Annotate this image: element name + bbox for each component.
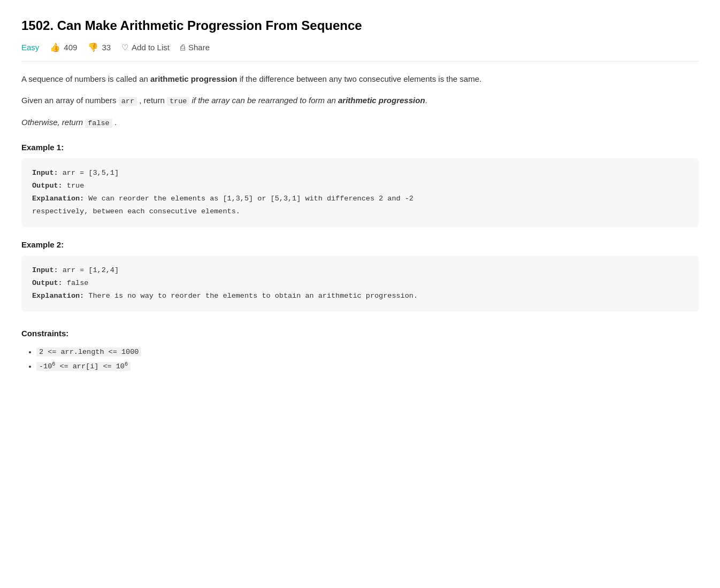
constraints-title: Constraints:: [21, 329, 699, 338]
example-2-code-block: Input: arr = [1,2,4] Output: false Expla…: [21, 256, 699, 312]
description-paragraph-2: Given an array of numbers arr , return t…: [21, 94, 699, 108]
example-1-section: Example 1: Input: arr = [3,5,1] Output: …: [21, 143, 699, 227]
add-to-list-button[interactable]: ♡ Add to List: [121, 43, 170, 52]
problem-description: A sequence of numbers is called an arith…: [21, 72, 699, 129]
example-2-input: Input: arr = [1,2,4]: [32, 264, 688, 277]
example-1-output: Output: true: [32, 180, 688, 192]
example-1-title: Example 1:: [21, 143, 699, 152]
upvote-count: 409: [64, 43, 77, 52]
example-2-explanation: Explanation: There is no way to reorder …: [32, 290, 688, 303]
example-1-input: Input: arr = [3,5,1]: [32, 167, 688, 180]
example-1-explanation: Explanation: We can reorder the elements…: [32, 192, 688, 205]
constraints-list: 2 <= arr.length <= 1000 -106 <= arr[i] <…: [21, 345, 699, 374]
meta-bar: Easy 👍 409 👎 33 ♡ Add to List ⎙ Share: [21, 42, 699, 61]
problem-title: 1502. Can Make Arithmetic Progression Fr…: [21, 17, 699, 34]
constraint-1: 2 <= arr.length <= 1000: [36, 345, 699, 359]
example-1-code-block: Input: arr = [3,5,1] Output: true Explan…: [21, 158, 699, 227]
share-button[interactable]: ⎙ Share: [180, 43, 210, 52]
thumbs-up-icon[interactable]: 👍: [50, 42, 60, 52]
example-1-explanation-cont: respectively, between each consecutive e…: [32, 205, 688, 218]
downvote-item: 👎 33: [88, 42, 111, 52]
difficulty-badge: Easy: [21, 43, 39, 52]
constraints-section: Constraints: 2 <= arr.length <= 1000 -10…: [21, 329, 699, 374]
example-2-output: Output: false: [32, 277, 688, 290]
add-to-list-label: Add to List: [132, 43, 170, 52]
share-icon: ⎙: [180, 43, 185, 52]
downvote-count: 33: [102, 43, 111, 52]
constraint-2: -106 <= arr[i] <= 106: [36, 359, 699, 373]
thumbs-down-icon[interactable]: 👎: [88, 42, 98, 52]
example-2-title: Example 2:: [21, 240, 699, 249]
description-paragraph-3: Otherwise, return false .: [21, 115, 699, 130]
heart-icon: ♡: [121, 43, 128, 52]
description-paragraph-1: A sequence of numbers is called an arith…: [21, 72, 699, 86]
example-2-section: Example 2: Input: arr = [1,2,4] Output: …: [21, 240, 699, 312]
share-label: Share: [188, 43, 210, 52]
upvote-item: 👍 409: [50, 42, 77, 52]
